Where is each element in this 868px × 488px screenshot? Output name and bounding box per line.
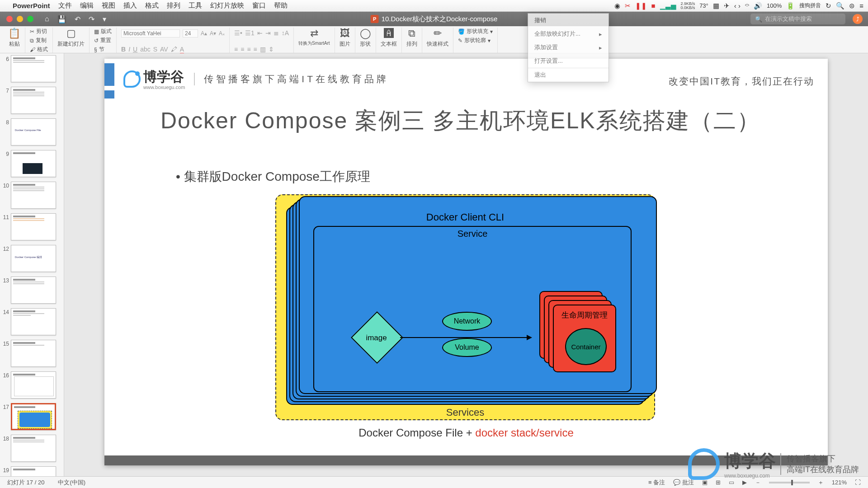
strike-icon[interactable]: abc	[140, 46, 151, 53]
search-icon[interactable]: 🔍	[836, 2, 844, 10]
chart-icon[interactable]: ▁▃▅	[660, 2, 676, 10]
share-button[interactable]: ⤴	[853, 14, 863, 24]
indent-inc-icon[interactable]: ⇥	[265, 29, 271, 37]
normal-view-icon[interactable]: ▣	[702, 479, 708, 486]
slide-thumb-13[interactable]	[11, 277, 56, 304]
text-dir-icon[interactable]: ↕A	[282, 29, 289, 37]
slide-thumb-8[interactable]: Docker Compose File	[11, 118, 56, 145]
home-icon[interactable]: ⌂	[45, 15, 49, 23]
ime[interactable]: 搜狗拼音	[799, 2, 821, 9]
menu-tools[interactable]: 工具	[189, 1, 202, 10]
slide-thumb-7[interactable]	[11, 87, 56, 114]
volume-icon[interactable]: 🔊	[754, 2, 762, 10]
layout-button[interactable]: ▦ 版式	[94, 28, 112, 35]
slide-canvas[interactable]: 博学谷 www.boxuegu.com 传智播客旗下高端IT在线教育品牌 改变中…	[64, 53, 868, 476]
paste-button[interactable]: 📋粘贴	[8, 28, 20, 48]
bullets-icon[interactable]: ☰•	[234, 29, 242, 37]
line-space-icon[interactable]: ≣	[274, 29, 279, 37]
scissors-icon[interactable]: ✂	[625, 2, 631, 10]
pause-icon[interactable]: ❚❚	[635, 2, 647, 10]
menu-insert[interactable]: 插入	[123, 1, 137, 10]
notifications-icon[interactable]: ≡	[859, 2, 863, 9]
minimize-button[interactable]	[17, 16, 23, 22]
slide-thumb-17[interactable]	[11, 403, 56, 430]
align-right-icon[interactable]: ≡	[247, 46, 250, 53]
underline-icon[interactable]: U	[133, 46, 137, 53]
justify-icon[interactable]: ≡	[254, 46, 257, 53]
font-name-input[interactable]	[121, 29, 180, 38]
wifi-icon[interactable]: ⌔	[745, 2, 749, 9]
maximize-button[interactable]	[27, 16, 33, 22]
app-name[interactable]: PowerPoint	[13, 2, 50, 9]
menu-view[interactable]: 视图	[102, 1, 115, 10]
fit-icon[interactable]: ⛶	[855, 479, 861, 486]
slide-thumb-16[interactable]	[11, 371, 56, 399]
slide-thumb-18[interactable]	[11, 435, 56, 462]
menu-arrange[interactable]: 排列	[167, 1, 180, 10]
menu-edit[interactable]: 编辑	[80, 1, 94, 10]
slide-thumb-11[interactable]	[11, 213, 56, 240]
reset-button[interactable]: ↺ 重置	[94, 37, 112, 44]
smartart-button[interactable]: ⇄转换为SmartArt	[298, 28, 330, 47]
slide-thumb-19[interactable]	[11, 466, 56, 476]
textbox-button[interactable]: 🅰文本框	[381, 28, 397, 48]
code-icon[interactable]: ‹ ›	[734, 2, 741, 9]
format-painter[interactable]: 🖌 格式	[30, 46, 48, 53]
shadow-icon[interactable]: S	[153, 46, 157, 53]
shape-fill-button[interactable]: 🪣 形状填充 ▾	[458, 28, 493, 35]
language[interactable]: 中文(中国)	[58, 479, 85, 487]
obs-icon[interactable]: ◉	[614, 2, 620, 10]
slide-thumb-14[interactable]	[11, 308, 56, 335]
clear-format-icon[interactable]: Aₓ	[219, 30, 225, 37]
slide-thumb-12[interactable]: Docker Compose 编排	[11, 245, 56, 272]
menu-format[interactable]: 格式	[145, 1, 159, 10]
copy-button[interactable]: ⧉ 复制	[30, 37, 48, 44]
plane-icon[interactable]: ✈	[724, 2, 730, 10]
bold-icon[interactable]: B	[121, 46, 126, 53]
decrease-font-icon[interactable]: A▾	[210, 30, 216, 37]
stop-icon[interactable]: ■	[651, 2, 656, 9]
slide-thumb-6[interactable]	[11, 55, 56, 82]
redo-icon[interactable]: ↷	[89, 15, 94, 23]
search-input[interactable]: 🔍 在演示文稿中搜索	[750, 14, 845, 24]
battery-icon[interactable]: 🔋	[786, 2, 795, 10]
shapes-button[interactable]: ◯形状	[360, 28, 371, 48]
menu-file[interactable]: 文件	[58, 1, 72, 10]
grid-icon[interactable]: ▦	[713, 2, 719, 10]
cut-button[interactable]: ✂ 剪切	[30, 28, 48, 35]
align-center-icon[interactable]: ≡	[241, 46, 244, 53]
slideshow-view-icon[interactable]: ▶	[742, 479, 747, 486]
menu-item-undo[interactable]: 撤销	[528, 14, 609, 27]
thumbnail-panel[interactable]: 6 7 8Docker Compose File 9 10 11 12Docke…	[0, 53, 64, 476]
slide-thumb-9[interactable]	[11, 150, 56, 177]
sorter-view-icon[interactable]: ⊞	[716, 479, 721, 486]
indent-dec-icon[interactable]: ⇤	[257, 29, 263, 37]
quick-style-button[interactable]: ✏快速样式	[427, 28, 448, 48]
slide-thumb-15[interactable]	[11, 340, 56, 367]
columns-icon[interactable]: ▥	[260, 46, 266, 53]
picture-button[interactable]: 🖼图片	[340, 28, 350, 48]
numbering-icon[interactable]: ☰1	[245, 29, 255, 37]
font-size-input[interactable]	[183, 29, 198, 38]
menu-item-play-all[interactable]: 全部放映幻灯片...▸	[528, 27, 609, 41]
undo-icon[interactable]: ↶	[75, 15, 80, 23]
highlight-icon[interactable]: 🖍	[171, 46, 177, 53]
align-left-icon[interactable]: ≡	[234, 46, 238, 53]
increase-font-icon[interactable]: A▴	[201, 30, 207, 37]
control-center-icon[interactable]: ⊜	[849, 2, 855, 10]
arrange-button[interactable]: ⧉排列	[406, 28, 417, 48]
section-button[interactable]: § 节	[94, 46, 112, 53]
menu-window[interactable]: 窗口	[252, 1, 266, 10]
save-icon[interactable]: 💾	[57, 15, 66, 23]
notes-button[interactable]: ≡ 备注	[648, 479, 665, 487]
italic-icon[interactable]: I	[128, 46, 130, 53]
menu-item-open-settings[interactable]: 打开设置...	[528, 54, 609, 68]
menu-item-quit[interactable]: 退出	[528, 68, 609, 82]
zoom-level[interactable]: 121%	[832, 479, 847, 486]
zoom-slider[interactable]	[769, 482, 810, 483]
align-v-icon[interactable]: ⇕	[269, 46, 274, 53]
spacing-icon[interactable]: AV	[160, 46, 168, 53]
shape-outline-button[interactable]: ✎ 形状轮廓 ▾	[458, 37, 493, 44]
slide-thumb-10[interactable]	[11, 182, 56, 209]
more-icon[interactable]: ▾	[103, 15, 106, 23]
